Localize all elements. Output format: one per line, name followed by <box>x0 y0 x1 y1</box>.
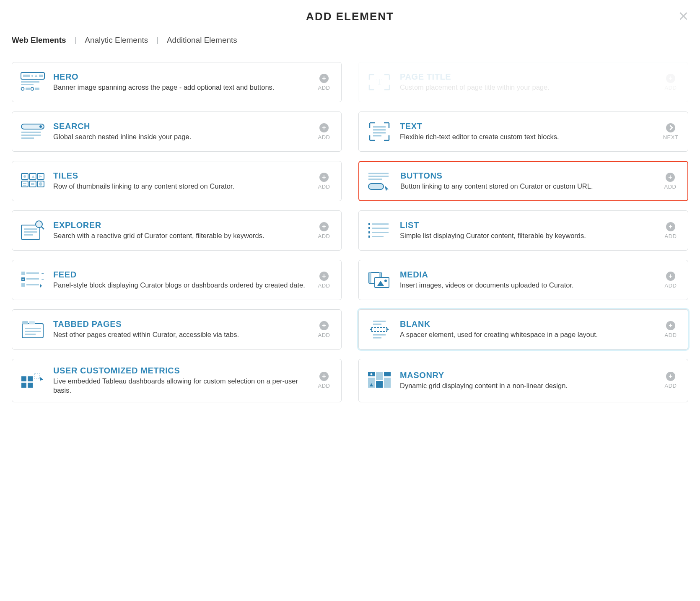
plus-icon: + <box>666 372 675 381</box>
svg-marker-88 <box>40 377 43 381</box>
card-title: BLANK <box>400 319 653 329</box>
add-button[interactable]: + ADD <box>314 321 334 338</box>
svg-rect-15 <box>21 135 41 136</box>
svg-rect-37 <box>368 184 384 189</box>
tab-additional-elements[interactable]: Additional Elements <box>167 35 237 50</box>
svg-rect-40 <box>24 228 37 230</box>
action-label: ADD <box>314 184 334 190</box>
svg-rect-53 <box>21 272 25 275</box>
card-body: TABBED PAGES Nest other pages created wi… <box>53 319 307 339</box>
tab-web-elements[interactable]: Web Elements <box>12 35 66 50</box>
add-button[interactable]: + ADD <box>661 272 680 289</box>
card-desc: Row of thumbnails linking to any content… <box>53 181 307 191</box>
card-search[interactable]: SEARCH Global search nested inline insid… <box>12 111 342 152</box>
card-tabbed-pages[interactable]: TABBED PAGES Nest other pages created wi… <box>12 309 342 350</box>
svg-text:−: − <box>41 271 44 276</box>
svg-rect-19 <box>373 132 386 134</box>
svg-rect-4 <box>39 75 43 77</box>
add-button[interactable]: + ADD <box>314 372 334 389</box>
svg-marker-3 <box>34 75 38 77</box>
card-title: FEED <box>53 270 307 280</box>
card-desc: Button linking to any content stored on … <box>400 181 653 191</box>
svg-rect-41 <box>24 231 37 233</box>
card-blank[interactable]: BLANK A spacer element, used for creatin… <box>358 309 688 350</box>
svg-rect-58 <box>26 278 39 280</box>
svg-marker-26 <box>39 175 42 178</box>
close-icon[interactable]: × <box>679 8 688 24</box>
card-user-customized-metrics[interactable]: USER CUSTOMIZED METRICS Live embedded Ta… <box>12 359 342 402</box>
tabs-row: Web Elements | Analytic Elements | Addit… <box>12 35 688 50</box>
add-button[interactable]: + ADD <box>661 321 680 338</box>
tabbed-pages-icon <box>20 317 46 342</box>
svg-marker-24 <box>31 175 35 178</box>
plus-icon: + <box>319 272 329 281</box>
svg-rect-73 <box>25 331 41 332</box>
action-label: ADD <box>314 134 334 140</box>
svg-rect-84 <box>28 376 33 381</box>
card-list[interactable]: LIST Simple list displaying Curator cont… <box>358 210 688 251</box>
card-text[interactable]: TEXT Flexible rich-text editor to create… <box>358 111 688 152</box>
card-media[interactable]: MEDIA Insert images, videos or documents… <box>358 260 688 300</box>
svg-rect-42 <box>24 234 33 236</box>
svg-rect-81 <box>373 334 386 336</box>
svg-point-33 <box>39 182 42 186</box>
action-label: ADD <box>314 332 334 338</box>
add-button[interactable]: + ADD <box>661 173 680 190</box>
svg-rect-92 <box>384 372 391 376</box>
action-label: NEXT <box>661 134 680 140</box>
svg-rect-86 <box>28 383 33 388</box>
action-label: ADD <box>314 233 334 239</box>
card-desc: Search with a reactive grid of Curator c… <box>53 231 307 240</box>
card-desc: A spacer element, used for creating whit… <box>400 330 653 339</box>
svg-rect-8 <box>26 88 30 90</box>
explorer-icon <box>20 218 46 243</box>
svg-rect-35 <box>368 176 389 177</box>
add-button[interactable]: + ADD <box>314 123 334 140</box>
card-buttons[interactable]: BUTTONS Button linking to any content st… <box>358 161 688 201</box>
card-hero[interactable]: HERO Banner image spanning across the pa… <box>12 62 342 102</box>
add-button[interactable]: + ADD <box>314 74 334 91</box>
card-desc: Live embedded Tableau dashboards allowin… <box>53 376 307 395</box>
svg-rect-31 <box>31 183 34 185</box>
svg-rect-87 <box>35 374 40 379</box>
plus-icon: + <box>666 74 675 83</box>
svg-rect-85 <box>21 383 26 388</box>
card-title: BUTTONS <box>400 171 653 181</box>
card-body: PAGE TITLE Custom placement of page titl… <box>400 72 653 92</box>
tab-analytic-elements[interactable]: Analytic Elements <box>85 35 148 50</box>
card-page-title: T PAGE TITLE Custom placement of page ti… <box>358 62 688 102</box>
card-tiles[interactable]: TILES Row of thumbnails linking to any c… <box>12 161 342 201</box>
card-explorer[interactable]: EXPLORER Search with a reactive grid of … <box>12 210 342 251</box>
card-title: TILES <box>53 171 307 181</box>
svg-marker-38 <box>385 186 389 191</box>
card-feed[interactable]: − − FEED Panel-style block displaying Cu… <box>12 260 342 300</box>
svg-rect-76 <box>373 324 381 325</box>
next-button[interactable]: NEXT <box>661 123 680 140</box>
action-label: ADD <box>661 282 680 289</box>
add-button[interactable]: + ADD <box>314 272 334 289</box>
feed-icon: − − <box>20 268 46 292</box>
add-button[interactable]: + ADD <box>314 222 334 239</box>
svg-rect-54 <box>26 272 39 274</box>
card-body: LIST Simple list displaying Curator cont… <box>400 220 653 240</box>
add-button[interactable]: + ADD <box>661 372 680 389</box>
svg-rect-51 <box>368 236 370 238</box>
card-title: TABBED PAGES <box>53 319 307 329</box>
svg-rect-61 <box>26 284 39 285</box>
plus-icon: + <box>666 173 675 182</box>
card-masonry[interactable]: MASONRY Dynamic grid displaying content … <box>358 359 688 402</box>
card-body: TEXT Flexible rich-text editor to create… <box>400 122 653 141</box>
buttons-icon <box>367 169 393 193</box>
svg-point-2 <box>31 75 33 77</box>
modal-header: ADD ELEMENT × <box>12 10 688 23</box>
svg-marker-80 <box>386 328 389 331</box>
media-icon <box>366 268 392 292</box>
add-button[interactable]: + ADD <box>314 173 334 190</box>
card-body: BLANK A spacer element, used for creatin… <box>400 319 653 339</box>
add-button[interactable]: + ADD <box>661 222 680 239</box>
svg-rect-34 <box>368 173 389 174</box>
card-title: USER CUSTOMIZED METRICS <box>53 366 307 376</box>
plus-icon: + <box>319 321 329 330</box>
card-title: PAGE TITLE <box>400 72 653 82</box>
card-desc: Banner image spanning across the page - … <box>53 83 307 92</box>
